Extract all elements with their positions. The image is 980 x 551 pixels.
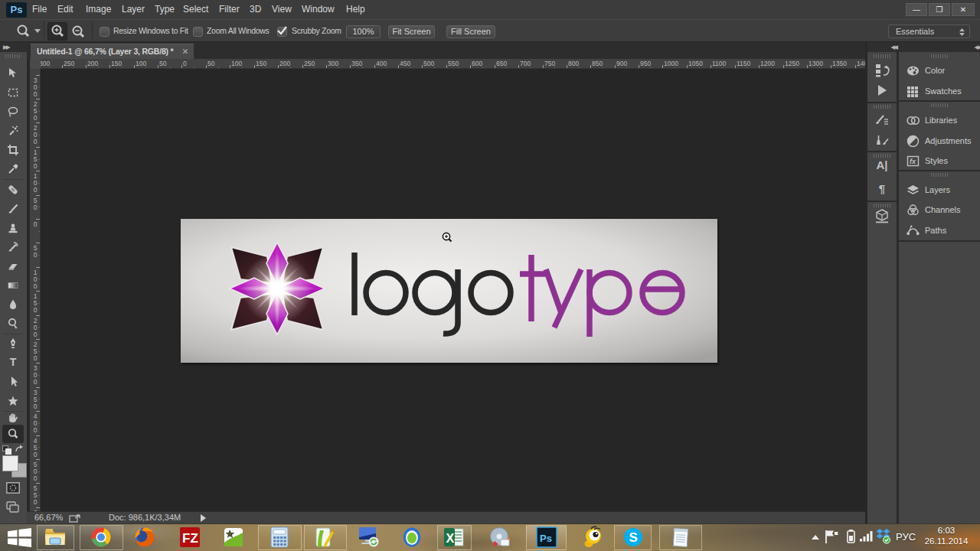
svg-text:fx: fx xyxy=(910,158,916,165)
svg-text:X: X xyxy=(446,532,455,545)
svg-text:FZ: FZ xyxy=(182,531,198,546)
svg-text:Ps: Ps xyxy=(540,533,552,544)
svg-text:S: S xyxy=(629,530,638,545)
